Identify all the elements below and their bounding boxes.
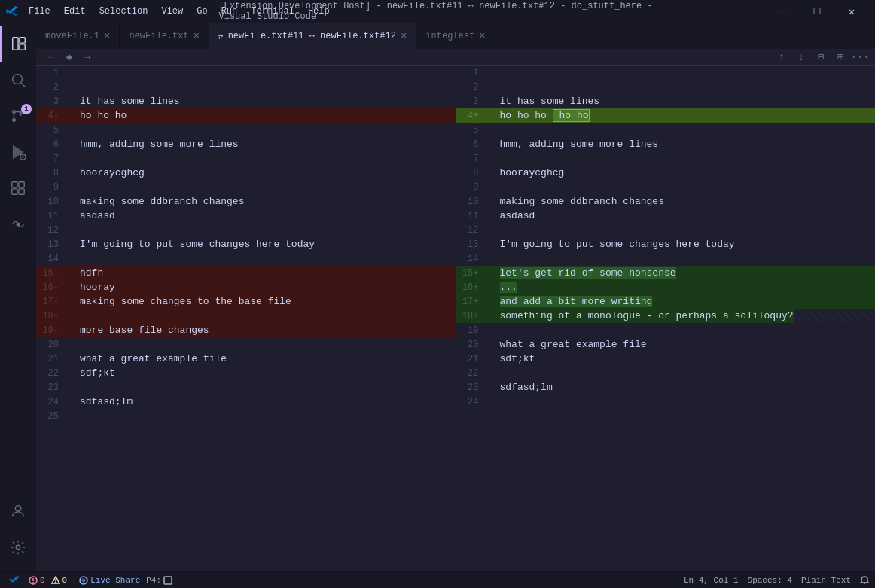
spaces-label: Spaces: 4	[748, 576, 792, 585]
status-warnings[interactable]: 0	[51, 576, 68, 585]
tab-label-diff: newFile.txt#11 ↔ newFile.txt#12	[228, 31, 396, 41]
menu-go[interactable]: Go	[191, 5, 213, 18]
nav-toggle-inline-button[interactable]: ⊟	[812, 49, 830, 66]
status-position[interactable]: Ln 4, Col 1	[684, 576, 739, 585]
status-vscode-icon[interactable]	[6, 575, 23, 586]
table-row: 23	[36, 380, 456, 395]
table-row: 10 making some ddbranch changes	[36, 194, 456, 209]
status-notifications[interactable]	[860, 576, 869, 585]
activity-icon-extensions[interactable]	[0, 170, 36, 206]
activity-icon-search[interactable]	[0, 62, 36, 98]
activity-icon-accounts[interactable]	[0, 493, 36, 529]
menu-edit[interactable]: Edit	[58, 5, 92, 18]
svg-point-25	[55, 582, 56, 583]
status-bar-right: Ln 4, Col 1 Spaces: 4 Plain Text	[684, 576, 869, 585]
table-row: 13 I'm going to put some changes here to…	[36, 237, 456, 251]
table-row: 11 asdasd	[36, 209, 456, 223]
tab-close-newfiletxt[interactable]: ×	[194, 31, 200, 41]
nav-next-change-button[interactable]: ↓	[792, 49, 810, 66]
table-row: 18-	[36, 309, 456, 323]
left-code-scroll[interactable]: 1 2 3	[36, 66, 456, 571]
table-row: 9	[456, 180, 876, 194]
diff-tab-icon: ⇄	[218, 32, 224, 41]
tabs-bar: moveFile.1 × newFile.txt × ⇄ newFile.txt…	[36, 23, 875, 49]
table-row: 24 sdfasd;lm	[36, 395, 456, 409]
nav-more-button[interactable]: ···	[851, 49, 869, 66]
svg-point-17	[17, 223, 20, 226]
tab-movefile[interactable]: moveFile.1 ×	[36, 23, 120, 49]
status-errors[interactable]: 0	[29, 576, 45, 585]
table-row: 15+ let's get rid of some nonsense	[456, 266, 876, 280]
table-row: 22 sdf;kt	[36, 366, 456, 380]
menu-view[interactable]: View	[155, 5, 189, 18]
vscode-logo	[6, 5, 18, 17]
tab-integtest[interactable]: integTest ×	[416, 23, 495, 49]
tab-newfiletxt[interactable]: newFile.txt ×	[120, 23, 209, 49]
table-row: 2	[36, 80, 456, 94]
nav-back-button[interactable]: ←	[42, 49, 60, 66]
svg-rect-1	[20, 38, 25, 43]
title-bar: File Edit Selection View Go Run Terminal…	[0, 0, 875, 23]
live-share-label: Live Share	[90, 576, 140, 585]
right-code-scroll[interactable]: 1 2 3	[456, 66, 876, 571]
svg-line-4	[21, 83, 25, 87]
nav-split-button[interactable]: ⊞	[831, 49, 849, 66]
source-control-badge: 1	[21, 104, 32, 114]
svg-point-3	[13, 75, 23, 84]
activity-bar: 1	[0, 23, 36, 571]
svg-point-7	[13, 119, 16, 122]
table-row: 25	[36, 409, 456, 423]
tab-close-diff[interactable]: ×	[401, 31, 407, 41]
left-code-lines: 1 2 3	[36, 66, 456, 571]
table-row: 3 it has some lines	[456, 94, 876, 108]
table-row: 21 what a great example file	[36, 352, 456, 366]
nav-prev-change-button[interactable]: ↑	[773, 49, 791, 66]
table-row: 14	[456, 251, 876, 266]
table-row: 13 I'm going to put some changes here to…	[456, 237, 876, 251]
status-spaces[interactable]: Spaces: 4	[748, 576, 792, 585]
svg-rect-0	[13, 38, 18, 50]
svg-rect-13	[12, 182, 17, 187]
table-row: 12	[456, 223, 876, 237]
status-live-share[interactable]: Live Share	[79, 576, 140, 585]
window-title: [Extension Development Host] - newFile.t…	[219, 1, 657, 22]
tab-close-movefile[interactable]: ×	[104, 31, 110, 41]
breadcrumb-nav: ← ◆ → ↑ ↓ ⊟ ⊞ ···	[36, 49, 875, 66]
svg-marker-9	[14, 146, 23, 159]
tab-diff[interactable]: ⇄ newFile.txt#11 ↔ newFile.txt#12 ×	[209, 23, 416, 49]
table-row: 19- more base file changes	[36, 323, 456, 337]
activity-icon-settings[interactable]	[0, 529, 36, 565]
table-row: 5	[36, 123, 456, 137]
activity-icon-source-control[interactable]: 1	[0, 98, 36, 134]
table-row: 3 it has some lines	[36, 94, 456, 108]
table-row: 4+ ho ho ho ho ho	[456, 108, 876, 123]
tab-close-integtest[interactable]: ×	[479, 31, 485, 41]
table-row: 8 hooraycghcg	[456, 166, 876, 180]
svg-point-19	[16, 545, 20, 550]
table-row: 7	[36, 151, 456, 166]
window-controls: ─ □ ✕	[765, 0, 869, 23]
table-row: 2	[456, 80, 876, 94]
nav-forward-button[interactable]: →	[78, 49, 96, 66]
close-button[interactable]: ✕	[834, 0, 869, 23]
menu-file[interactable]: File	[23, 5, 56, 18]
nav-pin-button[interactable]: ◆	[60, 49, 78, 66]
activity-icon-explorer[interactable]	[0, 26, 36, 62]
maximize-button[interactable]: □	[800, 0, 834, 23]
table-row: 18+ something of a monologue - or perhap…	[456, 309, 876, 323]
activity-icon-remote[interactable]	[0, 206, 36, 242]
activity-icon-run[interactable]	[0, 134, 36, 170]
status-language[interactable]: Plain Text	[801, 576, 851, 585]
svg-rect-27	[164, 577, 172, 584]
svg-rect-14	[19, 182, 24, 187]
tab-label: integTest	[425, 31, 474, 41]
table-row: 14	[36, 251, 456, 266]
status-p4[interactable]: P4:	[146, 576, 172, 585]
menu-selection[interactable]: Selection	[93, 5, 154, 18]
table-row: 1	[36, 66, 456, 80]
activity-bar-bottom	[0, 493, 36, 565]
svg-rect-15	[12, 189, 17, 194]
editor-area: moveFile.1 × newFile.txt × ⇄ newFile.txt…	[36, 23, 875, 571]
minimize-button[interactable]: ─	[765, 0, 800, 23]
table-row: 12	[36, 223, 456, 237]
